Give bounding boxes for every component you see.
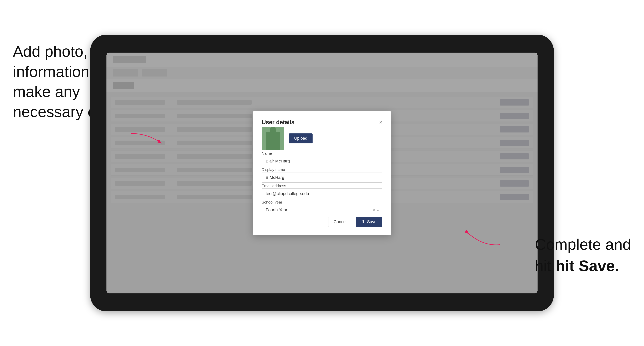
- annotation-right: Complete and hit hit Save.: [535, 234, 631, 277]
- modal-title: User details: [262, 119, 294, 126]
- modal-overlay: User details × Upload Name: [106, 53, 538, 293]
- save-icon: ⬆: [361, 219, 365, 224]
- chevron-icon[interactable]: ⌄: [376, 208, 380, 212]
- annotation-right-normal: Complete and: [535, 236, 631, 253]
- name-field-group: Name: [262, 151, 382, 167]
- user-details-modal: User details × Upload Name: [253, 111, 391, 235]
- display-name-input[interactable]: [262, 172, 382, 183]
- modal-footer: Cancel ⬆ Save: [262, 217, 382, 227]
- name-label: Name: [262, 151, 382, 156]
- avatar-figure: [266, 132, 280, 150]
- upload-button[interactable]: Upload: [289, 133, 312, 143]
- avatar: [262, 127, 284, 150]
- display-name-label: Display name: [262, 167, 382, 172]
- photo-row: Upload: [262, 127, 382, 150]
- clear-icon[interactable]: ×: [373, 208, 375, 212]
- email-field-group: Email address: [262, 183, 382, 199]
- school-year-field-group: School Year × ⌄: [262, 200, 382, 215]
- cancel-button[interactable]: Cancel: [328, 217, 352, 227]
- display-name-field-group: Display name: [262, 167, 382, 183]
- tablet-device: User details × Upload Name: [90, 35, 554, 312]
- name-input[interactable]: [262, 156, 382, 167]
- modal-close-button[interactable]: ×: [379, 120, 382, 125]
- school-year-label: School Year: [262, 200, 382, 204]
- annotation-line3: make any: [13, 83, 80, 100]
- annotation-right-bold: hit Save.: [556, 257, 619, 274]
- email-label: Email address: [262, 183, 382, 188]
- modal-header: User details ×: [262, 119, 382, 126]
- email-input[interactable]: [262, 188, 382, 199]
- save-button[interactable]: ⬆ Save: [356, 217, 382, 227]
- select-icons: × ⌄: [373, 208, 380, 212]
- school-year-input[interactable]: [262, 205, 382, 215]
- school-year-select-wrap: × ⌄: [262, 205, 382, 215]
- scene: Add photo, check information and make an…: [0, 0, 644, 346]
- save-label: Save: [367, 219, 377, 224]
- tablet-screen: User details × Upload Name: [106, 53, 538, 293]
